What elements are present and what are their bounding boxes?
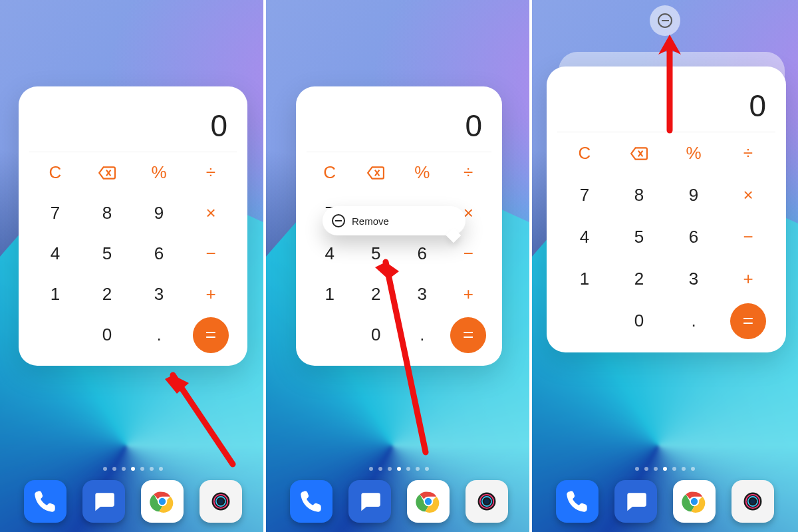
decimal-key[interactable]: . bbox=[666, 300, 721, 342]
clear-key[interactable]: C bbox=[307, 152, 353, 193]
five-key[interactable]: 5 bbox=[81, 233, 133, 274]
zero-key[interactable]: 0 bbox=[353, 315, 400, 355]
decimal-key[interactable]: . bbox=[133, 315, 185, 355]
two-key[interactable]: 2 bbox=[353, 274, 400, 315]
plus-key[interactable]: + bbox=[446, 274, 492, 315]
divide-key[interactable]: ÷ bbox=[185, 152, 237, 193]
eight-key[interactable]: 8 bbox=[81, 193, 133, 233]
minus-key[interactable]: − bbox=[721, 216, 775, 258]
multiply-key[interactable]: × bbox=[185, 193, 237, 233]
calculator-keypad: C % ÷ 7 8 9 × 4 5 6 − 1 2 3 + 0 bbox=[557, 132, 775, 342]
one-key[interactable]: 1 bbox=[307, 274, 353, 315]
calculator-widget-dragging[interactable]: 0 C % ÷ 7 8 9 × 4 5 6 − 1 2 3 + bbox=[547, 66, 786, 352]
three-key[interactable]: 3 bbox=[399, 274, 446, 315]
backspace-icon bbox=[630, 147, 648, 160]
tutorial-triptych: 0 C % ÷ 7 8 9 × 4 5 6 − 1 2 3 + bbox=[0, 0, 798, 532]
step-3-panel: 0 C % ÷ 7 8 9 × 4 5 6 − 1 2 3 + bbox=[532, 0, 798, 532]
two-key[interactable]: 2 bbox=[612, 258, 666, 300]
six-key[interactable]: 6 bbox=[133, 233, 185, 274]
phone-app-icon[interactable] bbox=[290, 480, 332, 523]
four-key[interactable]: 4 bbox=[307, 233, 353, 274]
plus-key[interactable]: + bbox=[721, 258, 775, 300]
five-key[interactable]: 5 bbox=[612, 216, 666, 258]
remove-label: Remove bbox=[352, 215, 389, 227]
percent-key[interactable]: % bbox=[133, 152, 185, 193]
divide-key[interactable]: ÷ bbox=[721, 132, 775, 174]
backspace-icon bbox=[367, 166, 384, 180]
three-key[interactable]: 3 bbox=[666, 258, 721, 300]
dock bbox=[266, 480, 532, 523]
camera-app-icon[interactable] bbox=[466, 480, 508, 523]
calculator-display: 0 bbox=[557, 74, 775, 132]
equals-key[interactable]: = bbox=[450, 317, 486, 353]
seven-key[interactable]: 7 bbox=[557, 174, 612, 216]
backspace-key[interactable] bbox=[612, 132, 666, 174]
camera-app-icon[interactable] bbox=[732, 480, 774, 523]
calculator-display: 0 bbox=[307, 94, 491, 152]
step-1-panel: 0 C % ÷ 7 8 9 × 4 5 6 − 1 2 3 + bbox=[0, 0, 266, 532]
eight-key[interactable]: 8 bbox=[612, 174, 666, 216]
backspace-icon bbox=[98, 166, 116, 180]
calculator-widget[interactable]: 0 C % ÷ 7 8 9 × 4 5 6 − 1 2 3 + bbox=[19, 86, 247, 366]
step-2-panel: 0 C % ÷ 7 8 9 × 4 5 6 − 1 2 3 + bbox=[266, 0, 532, 532]
messages-app-icon[interactable] bbox=[82, 480, 125, 523]
six-key[interactable]: 6 bbox=[666, 216, 721, 258]
camera-app-icon[interactable] bbox=[200, 480, 242, 523]
percent-key[interactable]: % bbox=[399, 152, 446, 193]
chrome-app-icon[interactable] bbox=[673, 480, 716, 523]
nine-key[interactable]: 9 bbox=[133, 193, 185, 233]
six-key[interactable]: 6 bbox=[399, 233, 446, 274]
seven-key[interactable]: 7 bbox=[29, 193, 81, 233]
svg-point-17 bbox=[484, 499, 489, 504]
page-indicator bbox=[266, 467, 532, 471]
equals-key[interactable]: = bbox=[730, 303, 766, 339]
zero-key[interactable]: 0 bbox=[612, 300, 666, 342]
one-key[interactable]: 1 bbox=[29, 274, 81, 315]
page-indicator bbox=[0, 467, 266, 471]
backspace-key[interactable] bbox=[353, 152, 400, 193]
page-indicator bbox=[532, 467, 798, 471]
messages-app-icon[interactable] bbox=[614, 480, 657, 523]
five-key[interactable]: 5 bbox=[353, 233, 400, 274]
multiply-key[interactable]: × bbox=[721, 174, 775, 216]
remove-icon bbox=[658, 13, 672, 28]
one-key[interactable]: 1 bbox=[557, 258, 612, 300]
three-key[interactable]: 3 bbox=[133, 274, 185, 315]
two-key[interactable]: 2 bbox=[81, 274, 133, 315]
dock bbox=[532, 480, 798, 523]
clear-key[interactable]: C bbox=[557, 132, 612, 174]
chrome-app-icon[interactable] bbox=[141, 480, 184, 523]
calculator-display: 0 bbox=[29, 94, 237, 152]
clear-key[interactable]: C bbox=[29, 152, 81, 193]
phone-app-icon[interactable] bbox=[556, 480, 598, 523]
remove-icon bbox=[332, 214, 345, 227]
nine-key[interactable]: 9 bbox=[666, 174, 721, 216]
four-key[interactable]: 4 bbox=[557, 216, 612, 258]
minus-key[interactable]: − bbox=[185, 233, 237, 274]
svg-point-26 bbox=[750, 499, 755, 504]
backspace-key[interactable] bbox=[81, 152, 133, 193]
calculator-keypad: C % ÷ 7 8 9 × 4 5 6 − 1 2 3 + 0 bbox=[29, 152, 237, 355]
four-key[interactable]: 4 bbox=[29, 233, 81, 274]
zero-key[interactable]: 0 bbox=[81, 315, 133, 355]
chrome-app-icon[interactable] bbox=[407, 480, 450, 523]
plus-key[interactable]: + bbox=[185, 274, 237, 315]
dock bbox=[0, 480, 266, 523]
percent-key[interactable]: % bbox=[666, 132, 721, 174]
remove-drop-target[interactable] bbox=[650, 5, 680, 36]
divide-key[interactable]: ÷ bbox=[446, 152, 492, 193]
remove-popup[interactable]: Remove bbox=[323, 206, 466, 235]
decimal-key[interactable]: . bbox=[399, 315, 446, 355]
messages-app-icon[interactable] bbox=[348, 480, 391, 523]
svg-point-8 bbox=[218, 499, 223, 504]
equals-key[interactable]: = bbox=[193, 317, 229, 353]
calculator-keypad: C % ÷ 7 8 9 × 4 5 6 − 1 2 3 + 0 bbox=[307, 152, 491, 355]
phone-app-icon[interactable] bbox=[24, 480, 66, 523]
